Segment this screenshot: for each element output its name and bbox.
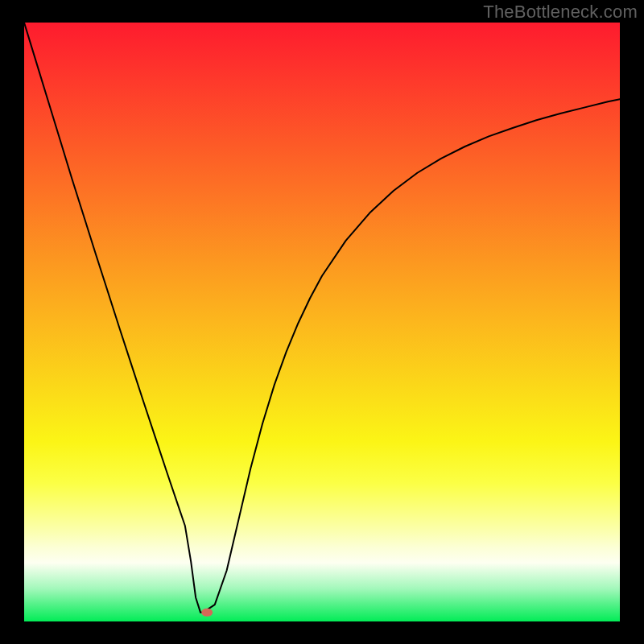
bottleneck-chart [24,23,620,621]
watermark-text: TheBottleneck.com [483,2,638,23]
chart-frame: TheBottleneck.com [0,0,644,644]
